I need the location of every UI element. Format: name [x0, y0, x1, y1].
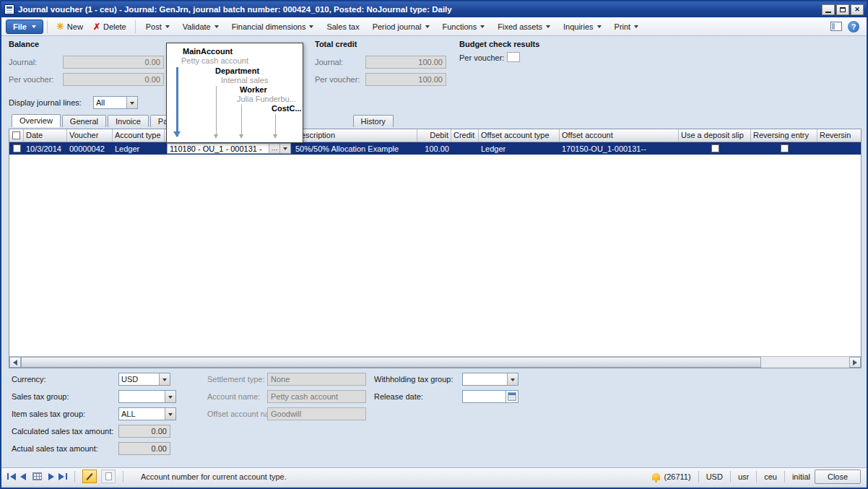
column-header-offset-account-type[interactable]: Offset account type — [479, 129, 560, 142]
notification-bell-icon[interactable] — [652, 473, 660, 480]
withholding-tax-group-dropdown[interactable] — [462, 373, 518, 386]
statusbar-separator — [123, 471, 123, 482]
scroll-right-icon — [853, 360, 857, 365]
column-header-description[interactable]: Description — [293, 129, 417, 142]
column-header-voucher[interactable]: Voucher — [67, 129, 113, 142]
maximize-button[interactable] — [836, 4, 849, 15]
close-window-button[interactable] — [851, 4, 864, 15]
horizontal-scrollbar[interactable] — [9, 356, 861, 368]
chevron-down-icon[interactable] — [507, 373, 518, 385]
cell-reversing-entry[interactable] — [751, 142, 817, 155]
cell-use-deposit-slip[interactable] — [679, 142, 751, 155]
cell-offset-account-type[interactable]: Ledger — [479, 142, 560, 155]
item-sales-tax-group-dropdown[interactable]: ALL — [118, 407, 176, 420]
scroll-left-button[interactable] — [9, 357, 21, 368]
go-to-last-button[interactable] — [58, 473, 67, 480]
status-user[interactable]: usr — [738, 472, 749, 481]
new-button[interactable]: ✳ New — [51, 19, 88, 35]
edit-mode-button[interactable] — [82, 469, 97, 483]
status-currency[interactable]: USD — [706, 472, 723, 481]
menu-inquiries[interactable]: Inquiries — [557, 19, 608, 35]
menu-fixed-assets[interactable]: Fixed assets — [491, 19, 557, 35]
table-row[interactable]: 10/3/2014 00000042 Ledger 110180 - OU_1 … — [9, 142, 861, 155]
close-button[interactable]: Close — [815, 469, 861, 484]
column-header-date[interactable]: Date — [24, 129, 67, 142]
delete-button[interactable]: ✗ Delete — [88, 19, 131, 35]
row-select-checkbox[interactable] — [13, 144, 21, 152]
calendar-icon[interactable] — [505, 390, 518, 403]
statusbar-separator — [730, 471, 731, 482]
help-icon[interactable]: ? — [848, 21, 859, 33]
next-record-button[interactable] — [48, 473, 54, 480]
new-button-label: New — [67, 22, 83, 31]
grid-view-icon[interactable] — [32, 472, 42, 480]
cell-date[interactable]: 10/3/2014 — [24, 142, 67, 155]
menu-period-journal[interactable]: Period journal — [366, 19, 436, 35]
budget-check-heading: Budget check results — [459, 40, 539, 48]
chevron-down-icon[interactable] — [126, 97, 137, 108]
total-credit-per-voucher-field: 100.00 — [365, 73, 446, 86]
select-all-checkbox[interactable] — [12, 131, 20, 139]
menu-financial-dimensions[interactable]: Financial dimensions — [225, 19, 321, 35]
previous-record-button[interactable] — [20, 473, 26, 480]
display-journal-lines-dropdown[interactable]: All — [93, 96, 138, 109]
account-segments-value[interactable]: 110180 - OU_1 - 000131 - — [168, 144, 269, 153]
scrollbar-track[interactable] — [761, 357, 849, 368]
column-header-debit[interactable]: Debit — [417, 129, 451, 142]
sales-tax-group-dropdown[interactable] — [118, 390, 176, 403]
account-name-label: Account name: — [207, 392, 260, 401]
use-deposit-slip-checkbox[interactable] — [711, 144, 719, 152]
scroll-right-button[interactable] — [849, 357, 861, 368]
segmented-account-control[interactable]: 110180 - OU_1 - 000131 - … — [167, 143, 291, 154]
cell-account-type[interactable]: Ledger — [113, 142, 165, 155]
account-dropdown-button[interactable] — [279, 144, 290, 153]
chevron-down-icon[interactable] — [165, 408, 175, 420]
callout-department-label: Department — [215, 66, 259, 75]
column-header-account-type[interactable]: Account type — [113, 129, 165, 142]
chevron-down-icon[interactable] — [165, 391, 175, 402]
statusbar-separator — [756, 471, 757, 482]
cell-description[interactable]: 50%/50% Allocation Example — [293, 142, 417, 155]
release-date-field[interactable] — [462, 390, 518, 403]
paste-button[interactable] — [101, 469, 116, 483]
menu-post[interactable]: Post — [139, 19, 176, 35]
cell-credit[interactable] — [451, 142, 479, 155]
chevron-down-icon[interactable] — [159, 373, 170, 385]
go-to-first-button[interactable] — [7, 473, 16, 480]
cell-account[interactable]: 110180 - OU_1 - 000131 - … — [165, 142, 293, 155]
status-company[interactable]: ceu — [764, 472, 777, 481]
status-partition[interactable]: initial — [792, 472, 810, 481]
column-header-reversing-date[interactable]: Reversin — [817, 129, 862, 142]
menu-sales-tax[interactable]: Sales tax — [320, 19, 365, 35]
column-header-reversing-entry[interactable]: Reversing entry — [751, 129, 817, 142]
reversing-entry-checkbox[interactable] — [781, 144, 789, 152]
tab-general[interactable]: General — [62, 115, 106, 127]
cell-reversing-date[interactable] — [817, 142, 862, 155]
release-date-value[interactable] — [462, 390, 505, 403]
cell-debit[interactable]: 100.00 — [417, 142, 451, 155]
row-selector-cell[interactable] — [9, 142, 24, 155]
cell-voucher[interactable]: 00000042 — [67, 142, 113, 155]
select-all-cell[interactable] — [9, 129, 24, 142]
window-title: Journal voucher (1 - ceu) - Journal: Gen… — [18, 5, 822, 14]
total-credit-journal-label: Journal: — [315, 58, 343, 66]
statusbar-separator — [784, 471, 785, 482]
minimize-button[interactable] — [822, 4, 835, 15]
menu-validate[interactable]: Validate — [176, 19, 225, 35]
menu-functions[interactable]: Functions — [436, 19, 492, 35]
column-header-offset-account[interactable]: Offset account — [560, 129, 679, 142]
file-menu-button[interactable]: File — [6, 20, 43, 34]
window-layout-icon[interactable] — [830, 22, 842, 31]
column-header-credit[interactable]: Credit — [451, 129, 479, 142]
scrollbar-thumb[interactable] — [21, 357, 761, 368]
menu-print[interactable]: Print — [608, 19, 646, 35]
titlebar[interactable]: Journal voucher (1 - ceu) - Journal: Gen… — [1, 1, 867, 17]
tab-history[interactable]: History — [353, 115, 394, 127]
tab-overview[interactable]: Overview — [12, 114, 61, 127]
account-lookup-ellipsis-button[interactable]: … — [269, 144, 279, 153]
notification-count[interactable]: (26711) — [664, 472, 691, 481]
tab-invoice[interactable]: Invoice — [108, 115, 149, 127]
column-header-use-deposit-slip[interactable]: Use a deposit slip — [679, 129, 751, 142]
cell-offset-account[interactable]: 170150-OU_1-000131-- — [560, 142, 679, 155]
currency-dropdown[interactable]: USD — [118, 373, 170, 386]
